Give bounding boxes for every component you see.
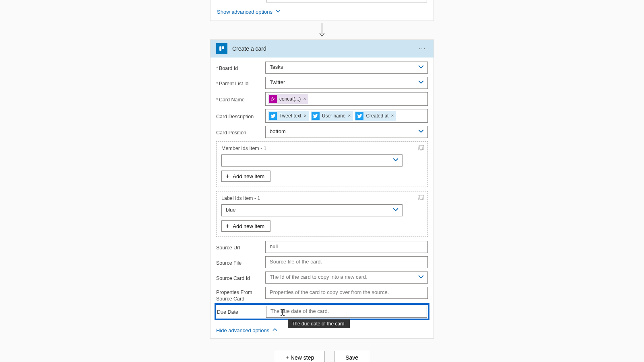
card-position-value: bottom xyxy=(265,126,428,138)
trello-icon xyxy=(216,43,227,54)
due-date-input[interactable]: The due date of the card. xyxy=(266,306,427,318)
board-id-value: Tasks xyxy=(265,62,428,74)
hide-advanced-label: Hide advanced options xyxy=(216,327,269,333)
expression-token[interactable]: fx concat(...) × xyxy=(268,94,308,104)
step-header[interactable]: Create a card ··· xyxy=(211,40,433,58)
chevron-down-icon xyxy=(276,9,281,15)
label-ids-group: Label Ids Item - 1 blue + Add new item xyxy=(216,191,428,237)
card-name-label: Card Name xyxy=(216,95,261,103)
add-item-label: Add new item xyxy=(233,173,264,179)
add-item-label: Add new item xyxy=(233,223,264,229)
source-card-id-placeholder: The Id of the card to copy into a new ca… xyxy=(265,272,428,284)
due-date-label: Due Date xyxy=(217,307,262,315)
hide-advanced-options-link[interactable]: Hide advanced options xyxy=(216,327,277,333)
plus-icon: + xyxy=(226,173,229,179)
member-ids-group: Member Ids Item - 1 + Add new item xyxy=(216,141,428,187)
label-ids-value: blue xyxy=(221,204,402,216)
member-ids-label: Member Ids Item - 1 xyxy=(221,146,423,151)
show-advanced-label: Show advanced options xyxy=(217,9,272,15)
props-from-source-label: Properties From Source Card xyxy=(216,287,261,302)
designer-footer: + New step Save xyxy=(210,351,434,362)
source-file-input[interactable]: Source file of the card. xyxy=(265,256,428,268)
show-advanced-options-link[interactable]: Show advanced options xyxy=(217,9,281,15)
chevron-up-icon xyxy=(272,327,277,333)
source-card-id-select[interactable]: The Id of the card to copy into a new ca… xyxy=(265,272,428,284)
svg-rect-3 xyxy=(222,46,224,49)
previous-step-card: Show advanced options xyxy=(210,0,434,21)
token-label: Created at xyxy=(366,113,388,119)
add-label-item-button[interactable]: + Add new item xyxy=(221,220,270,232)
parent-list-id-label: Parent List Id xyxy=(216,79,261,87)
flow-connector-arrow xyxy=(210,21,434,39)
twitter-icon xyxy=(355,112,363,120)
board-id-label: Board Id xyxy=(216,64,261,72)
remove-token-icon[interactable]: × xyxy=(348,113,351,119)
due-date-row-highlight: Due Date The due date of the card. The d… xyxy=(215,304,429,319)
source-url-input[interactable]: null xyxy=(265,241,428,253)
label-ids-select[interactable]: blue xyxy=(221,204,402,216)
remove-token-icon[interactable]: × xyxy=(304,113,307,119)
props-from-source-input[interactable]: Properties of the card to copy over from… xyxy=(265,287,428,299)
due-date-tooltip: The due date of the card. xyxy=(288,319,350,328)
created-at-token[interactable]: Created at × xyxy=(355,111,396,121)
token-label: User name xyxy=(322,113,346,119)
create-card-step: Create a card ··· Board Id Tasks Parent … xyxy=(210,39,434,339)
twitter-icon xyxy=(312,112,320,120)
source-url-label: Source Url xyxy=(216,243,261,251)
svg-rect-2 xyxy=(219,46,221,51)
remove-token-icon[interactable]: × xyxy=(391,113,394,119)
fx-icon: fx xyxy=(269,95,277,103)
parent-list-id-select[interactable]: Twitter xyxy=(265,77,428,89)
member-ids-select[interactable] xyxy=(221,154,402,167)
token-label: Tweet text xyxy=(279,113,301,119)
twitter-icon xyxy=(269,112,277,120)
new-step-button[interactable]: + New step xyxy=(275,351,325,362)
add-member-item-button[interactable]: + Add new item xyxy=(221,171,270,182)
label-ids-label: Label Ids Item - 1 xyxy=(221,195,423,201)
card-description-input[interactable]: Tweet text × User name × C xyxy=(265,109,428,123)
card-name-input[interactable]: fx concat(...) × xyxy=(265,92,428,106)
remove-token-icon[interactable]: × xyxy=(303,96,306,102)
user-name-token[interactable]: User name × xyxy=(311,111,353,121)
card-position-select[interactable]: bottom xyxy=(265,126,428,138)
step-menu-button[interactable]: ··· xyxy=(417,44,428,53)
switch-mode-icon[interactable] xyxy=(418,145,424,152)
tweet-text-token[interactable]: Tweet text × xyxy=(268,111,309,121)
token-label: concat(...) xyxy=(279,96,301,102)
card-position-label: Card Position xyxy=(216,128,261,136)
switch-mode-icon[interactable] xyxy=(418,195,424,202)
parent-list-id-value: Twitter xyxy=(265,77,428,89)
card-description-label: Card Description xyxy=(216,112,261,120)
step-title: Create a card xyxy=(232,45,412,52)
source-card-id-label: Source Card Id xyxy=(216,274,261,282)
board-id-select[interactable]: Tasks xyxy=(265,62,428,74)
plus-icon: + xyxy=(226,223,229,229)
save-button[interactable]: Save xyxy=(334,351,369,362)
source-file-label: Source File xyxy=(216,258,261,266)
